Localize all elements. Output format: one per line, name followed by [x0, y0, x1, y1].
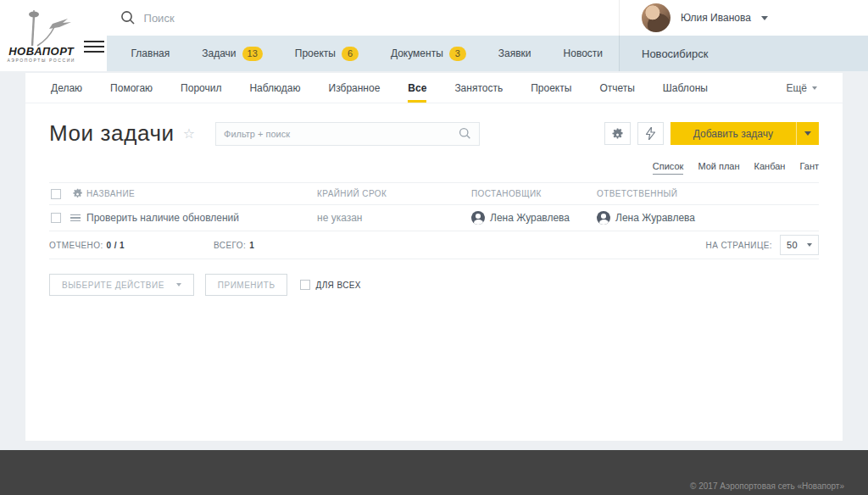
col-header-deadline[interactable]: КРАЙНИЙ СРОК [317, 189, 471, 198]
checked-value: 0 / 1 [107, 241, 125, 250]
documents-count-badge: 3 [449, 47, 466, 61]
person-icon [597, 211, 610, 225]
tab-izbrannoe[interactable]: Избранное [329, 73, 381, 103]
for-all-checkbox[interactable] [300, 280, 310, 290]
city-selector[interactable]: Новосибирск [619, 36, 868, 71]
table-footer: ОТМЕЧЕНО: 0 / 1 ВСЕГО: 1 НА СТРАНИЦЕ: 50 [49, 231, 819, 259]
col-header-responsible[interactable]: ОТВЕТСТВЕННЫЙ [597, 189, 819, 198]
col-header-creator[interactable]: ПОСТАНОВЩИК [471, 189, 597, 198]
filter-search-input[interactable] [224, 129, 459, 139]
total-label: ВСЕГО: [214, 241, 246, 250]
main-nav: Главная Задачи 13 Проекты 6 Документы 3 … [107, 36, 868, 71]
projects-count-badge: 6 [342, 47, 359, 61]
task-deadline: не указан [317, 212, 471, 224]
view-tab-kanban[interactable]: Канбан [754, 161, 786, 175]
select-action-dropdown[interactable]: ВЫБЕРИТЕ ДЕЙСТВИЕ [49, 274, 194, 296]
header: НОВАПОРТ АЭРОПОРТЫ РОССИИ Юлия Иванова [0, 0, 868, 71]
lightning-icon [646, 127, 655, 140]
tasks-count-badge: 13 [242, 47, 263, 61]
col-header-name[interactable]: НАЗВАНИЕ [86, 189, 317, 198]
checked-label: ОТМЕЧЕНО: [49, 241, 103, 250]
tab-delayu[interactable]: Делаю [51, 73, 82, 103]
airport-tower-icon [8, 8, 75, 47]
chevron-down-icon [804, 131, 811, 136]
per-page-select[interactable]: 50 [780, 235, 819, 255]
chevron-down-icon [761, 16, 768, 20]
table-header: НАЗВАНИЕ КРАЙНИЙ СРОК ПОСТАНОВЩИК ОТВЕТС… [49, 182, 819, 205]
favorite-star-icon[interactable]: ☆ [183, 125, 195, 142]
global-search-input[interactable] [144, 12, 619, 25]
nav-item-home[interactable]: Главная [115, 36, 186, 71]
row-menu-icon[interactable] [68, 214, 86, 222]
person-icon [471, 211, 485, 225]
global-search [107, 0, 619, 36]
chevron-down-icon [176, 283, 181, 286]
page-footer: © 2017 Аэропортовая сеть «Новапорт» [0, 450, 868, 495]
gear-icon [72, 188, 83, 199]
settings-button[interactable] [604, 122, 631, 145]
tab-proekty[interactable]: Проекты [531, 73, 571, 103]
task-name-link[interactable]: Проверить наличие обновлений [86, 212, 317, 224]
tab-otchety[interactable]: Отчеты [599, 73, 634, 103]
task-filter-tabs: Делаю Помогаю Порочил Наблюдаю Избранное… [25, 73, 843, 103]
apply-button[interactable]: ПРИМЕНИТЬ [205, 274, 288, 296]
top-strip: Юлия Иванова [107, 0, 868, 36]
tab-shablony[interactable]: Шаблоны [663, 73, 708, 103]
hamburger-menu-icon[interactable] [84, 41, 104, 53]
search-icon[interactable] [459, 127, 471, 140]
bulk-actions: ВЫБЕРИТЕ ДЕЙСТВИЕ ПРИМЕНИТЬ ДЛЯ ВСЕХ [49, 274, 819, 296]
view-tab-myplan[interactable]: Мой план [698, 161, 739, 175]
novaport-logo[interactable]: НОВАПОРТ АЭРОПОРТЫ РОССИИ [8, 8, 76, 63]
page-title: Мои задачи [49, 120, 175, 147]
table-settings-button[interactable] [68, 188, 86, 199]
user-menu[interactable]: Юлия Иванова [619, 0, 868, 36]
nav-item-tasks[interactable]: Задачи 13 [186, 36, 279, 71]
task-responsible-link[interactable]: Лена Журавлева [597, 211, 819, 225]
tab-zanyatost[interactable]: Занятость [454, 73, 503, 103]
nav-item-requests[interactable]: Заявки [482, 36, 548, 71]
select-all-checkbox[interactable] [51, 189, 61, 199]
task-creator-link[interactable]: Лена Журавлева [471, 211, 597, 225]
view-tab-gantt[interactable]: Гант [799, 161, 819, 175]
tab-poruchil[interactable]: Порочил [181, 73, 221, 103]
chevron-down-icon [807, 243, 812, 247]
tab-pomogayu[interactable]: Помогаю [110, 73, 153, 103]
add-task-button[interactable]: Добавить задачу [670, 122, 796, 145]
logo-block: НОВАПОРТ АЭРОПОРТЫ РОССИИ [0, 0, 107, 71]
gear-icon [611, 127, 624, 140]
search-icon [120, 10, 136, 25]
total-value: 1 [249, 241, 254, 250]
chevron-down-icon [812, 86, 817, 90]
content-card: Делаю Помогаю Порочил Наблюдаю Избранное… [25, 73, 843, 441]
tab-vse[interactable]: Все [408, 73, 426, 103]
per-page-label: НА СТРАНИЦЕ: [706, 241, 772, 250]
tab-nablyudayu[interactable]: Наблюдаю [249, 73, 300, 103]
row-checkbox[interactable] [51, 213, 61, 223]
view-mode-tabs: Список Мой план Канбан Гант [49, 161, 819, 175]
for-all-option[interactable]: ДЛЯ ВСЕХ [298, 280, 360, 290]
user-name: Юлия Иванова [681, 12, 751, 24]
user-avatar[interactable] [642, 3, 670, 32]
view-tab-list[interactable]: Список [653, 161, 684, 175]
nav-item-documents[interactable]: Документы 3 [375, 36, 482, 71]
quick-actions-button[interactable] [637, 122, 664, 145]
tabs-more-button[interactable]: Ещё [786, 73, 817, 103]
add-task-dropdown-button[interactable] [796, 122, 819, 145]
nav-item-projects[interactable]: Проекты 6 [279, 36, 375, 71]
table-row: Проверить наличие обновлений не указан Л… [49, 205, 819, 231]
filter-search-box [215, 122, 480, 146]
logo-title: НОВАПОРТ [8, 46, 74, 57]
nav-item-news[interactable]: Новости [548, 36, 619, 71]
logo-subtitle: АЭРОПОРТЫ РОССИИ [8, 58, 76, 63]
add-task-split-button: Добавить задачу [670, 122, 819, 145]
copyright-text: © 2017 Аэропортовая сеть «Новапорт» [690, 481, 844, 491]
